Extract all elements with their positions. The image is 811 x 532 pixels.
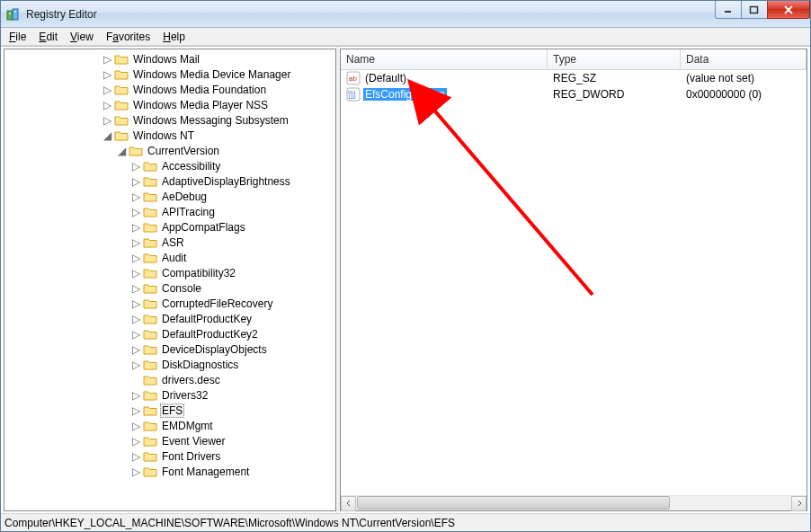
expand-icon[interactable]: ▷ bbox=[130, 314, 141, 324]
close-button[interactable] bbox=[767, 1, 810, 19]
expand-icon[interactable]: ▷ bbox=[130, 329, 141, 340]
expand-icon[interactable]: ▷ bbox=[130, 436, 141, 447]
expand-icon[interactable]: ▷ bbox=[130, 176, 141, 187]
folder-icon bbox=[143, 359, 157, 371]
menu-edit[interactable]: Edit bbox=[32, 29, 64, 45]
registry-tree[interactable]: ▷Windows Mail ▷Windows Media Device Mana… bbox=[4, 51, 335, 479]
expand-icon[interactable]: ▷ bbox=[130, 298, 141, 309]
tree-node-asr[interactable]: ▷ASR bbox=[130, 235, 335, 250]
collapse-icon[interactable]: ◢ bbox=[116, 146, 127, 156]
binary-value-icon: 011110 bbox=[346, 87, 361, 102]
folder-icon bbox=[114, 84, 129, 96]
tree-node-drivers32[interactable]: ▷Drivers32 bbox=[130, 387, 335, 403]
svg-text:110: 110 bbox=[348, 94, 356, 100]
tree-node-windows-nt[interactable]: ◢Windows NT bbox=[102, 128, 335, 143]
title-bar[interactable]: Registry Editor bbox=[1, 1, 810, 28]
expand-icon[interactable]: ▷ bbox=[130, 405, 141, 416]
tree-node-devicedisp[interactable]: ▷DeviceDisplayObjects bbox=[130, 341, 335, 357]
expand-icon[interactable]: ▷ bbox=[130, 207, 141, 217]
menu-file[interactable]: File bbox=[3, 29, 32, 45]
status-bar: Computer\HKEY_LOCAL_MACHINE\SOFTWARE\Mic… bbox=[1, 513, 810, 531]
svg-rect-1 bbox=[13, 9, 18, 20]
scroll-track[interactable] bbox=[356, 496, 791, 511]
tree-node-driversdesc[interactable]: drivers.desc bbox=[130, 372, 335, 387]
expand-icon[interactable]: ▷ bbox=[130, 237, 141, 248]
column-header-name[interactable]: Name bbox=[341, 49, 548, 69]
expand-icon[interactable]: ▷ bbox=[130, 161, 141, 172]
tree-node-corrupted[interactable]: ▷CorruptedFileRecovery bbox=[130, 296, 335, 311]
expand-icon[interactable]: ▷ bbox=[102, 100, 112, 111]
expand-icon[interactable]: ▷ bbox=[130, 451, 141, 462]
expand-icon[interactable]: ▷ bbox=[130, 283, 141, 294]
scroll-thumb[interactable] bbox=[357, 496, 670, 510]
menu-favorites[interactable]: Favorites bbox=[100, 29, 156, 45]
expand-icon[interactable]: ▷ bbox=[130, 253, 141, 263]
list-row[interactable]: 011110EfsConfigurationREG_DWORD0x0000000… bbox=[341, 86, 807, 102]
menu-help[interactable]: Help bbox=[156, 29, 192, 45]
tree-node-apitracing[interactable]: ▷APITracing bbox=[130, 204, 335, 219]
folder-icon bbox=[114, 129, 129, 142]
expand-icon[interactable]: ▷ bbox=[130, 390, 141, 401]
status-path: Computer\HKEY_LOCAL_MACHINE\SOFTWARE\Mic… bbox=[4, 517, 455, 529]
expand-icon[interactable]: ▷ bbox=[130, 268, 141, 279]
tree-node-appcompat[interactable]: ▷AppCompatFlags bbox=[130, 219, 335, 235]
tree-pane[interactable]: ▷Windows Mail ▷Windows Media Device Mana… bbox=[4, 49, 336, 511]
maximize-button[interactable] bbox=[741, 1, 768, 19]
tree-node[interactable]: ▷Windows Messaging Subsystem bbox=[102, 112, 335, 128]
tree-node-fontmgmt[interactable]: ▷Font Management bbox=[130, 464, 335, 479]
svg-rect-2 bbox=[9, 13, 11, 14]
tree-node[interactable]: ▷Windows Media Player NSS bbox=[102, 97, 335, 112]
expand-icon[interactable]: ▷ bbox=[130, 191, 141, 202]
expand-icon[interactable]: ▷ bbox=[130, 359, 141, 370]
expand-icon[interactable]: ▷ bbox=[130, 421, 141, 431]
column-header-data[interactable]: Data bbox=[681, 49, 807, 69]
scroll-left-button[interactable] bbox=[341, 496, 356, 511]
expand-icon[interactable]: ▷ bbox=[102, 84, 112, 95]
tree-node[interactable]: ▷Windows Media Foundation bbox=[102, 82, 335, 97]
tree-node-fontdrivers[interactable]: ▷Font Drivers bbox=[130, 448, 335, 464]
tree-node-console[interactable]: ▷Console bbox=[130, 280, 335, 296]
tree-node-accessibility[interactable]: ▷Accessibility bbox=[130, 158, 335, 173]
list-body[interactable]: ab(Default)REG_SZ(value not set)011110Ef… bbox=[341, 70, 807, 495]
expand-icon[interactable]: ▷ bbox=[130, 466, 141, 477]
expand-icon[interactable]: ▷ bbox=[102, 54, 112, 65]
menu-view[interactable]: View bbox=[64, 29, 100, 45]
tree-node-efs[interactable]: ▷EFS bbox=[130, 403, 335, 418]
collapse-icon[interactable]: ◢ bbox=[102, 130, 112, 141]
expand-icon[interactable]: ▷ bbox=[102, 69, 112, 80]
svg-line-10 bbox=[431, 106, 593, 295]
expand-icon[interactable]: ▷ bbox=[130, 222, 141, 233]
folder-icon bbox=[143, 206, 157, 218]
tree-node[interactable]: ▷Windows Mail bbox=[102, 51, 335, 66]
value-data: (value not set) bbox=[681, 72, 807, 84]
tree-node[interactable]: ▷Windows Media Device Manager bbox=[102, 66, 335, 82]
tree-node-defprodkey2[interactable]: ▷DefaultProductKey2 bbox=[130, 326, 335, 341]
folder-icon bbox=[129, 145, 143, 157]
folder-icon bbox=[114, 99, 129, 111]
tree-node-adb[interactable]: ▷AdaptiveDisplayBrightness bbox=[130, 173, 335, 189]
tree-node-compat32[interactable]: ▷Compatibility32 bbox=[130, 265, 335, 280]
folder-icon bbox=[143, 236, 157, 249]
list-pane[interactable]: Name Type Data ab(Default)REG_SZ(value n… bbox=[340, 49, 807, 511]
folder-icon bbox=[143, 389, 157, 402]
tree-node-aedebug[interactable]: ▷AeDebug bbox=[130, 189, 335, 204]
horizontal-scrollbar[interactable] bbox=[341, 495, 807, 510]
folder-icon bbox=[143, 328, 157, 341]
tree-node-eventviewer[interactable]: ▷Event Viewer bbox=[130, 433, 335, 448]
folder-icon bbox=[143, 267, 157, 279]
list-row[interactable]: ab(Default)REG_SZ(value not set) bbox=[341, 70, 807, 86]
folder-icon bbox=[143, 252, 157, 264]
scroll-right-button[interactable] bbox=[791, 496, 807, 511]
registry-editor-window: Registry Editor File Edit View Favorites… bbox=[0, 0, 811, 532]
annotation-arrow bbox=[341, 70, 799, 483]
column-header-type[interactable]: Type bbox=[548, 49, 681, 69]
tree-node-currentversion[interactable]: ◢CurrentVersion bbox=[116, 143, 335, 158]
tree-node-defprodkey[interactable]: ▷DefaultProductKey bbox=[130, 311, 335, 326]
expand-icon[interactable]: ▷ bbox=[102, 115, 112, 126]
folder-icon bbox=[143, 160, 157, 173]
expand-icon[interactable]: ▷ bbox=[130, 344, 141, 355]
tree-node-audit[interactable]: ▷Audit bbox=[130, 250, 335, 265]
tree-node-emdmgmt[interactable]: ▷EMDMgmt bbox=[130, 418, 335, 433]
minimize-button[interactable] bbox=[715, 1, 742, 19]
tree-node-diskdiag[interactable]: ▷DiskDiagnostics bbox=[130, 357, 335, 372]
